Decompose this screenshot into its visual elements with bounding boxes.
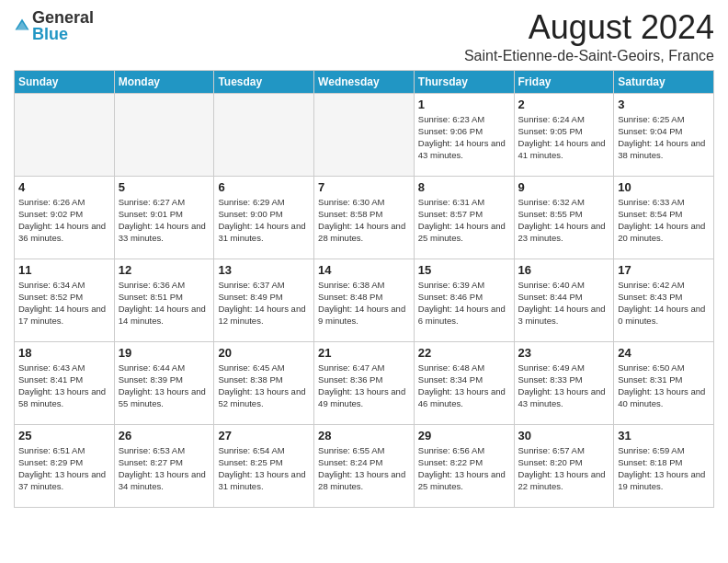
day-number: 21: [318, 346, 410, 360]
day-info: Sunrise: 6:57 AM Sunset: 8:20 PM Dayligh…: [518, 444, 610, 493]
day-number: 29: [418, 429, 510, 442]
day-number: 12: [119, 263, 210, 277]
day-number: 22: [418, 346, 510, 360]
day-info: Sunrise: 6:27 AM Sunset: 9:01 PM Dayligh…: [119, 196, 210, 245]
calendar-cell: 27Sunrise: 6:54 AM Sunset: 8:25 PM Dayli…: [214, 424, 314, 507]
day-info: Sunrise: 6:25 AM Sunset: 9:04 PM Dayligh…: [618, 113, 710, 162]
day-info: Sunrise: 6:44 AM Sunset: 8:39 PM Dayligh…: [119, 362, 210, 410]
day-info: Sunrise: 6:23 AM Sunset: 9:06 PM Dayligh…: [418, 113, 510, 162]
weekday-header-monday: Monday: [114, 70, 214, 93]
week-row-3: 11Sunrise: 6:34 AM Sunset: 8:52 PM Dayli…: [15, 259, 714, 341]
day-info: Sunrise: 6:42 AM Sunset: 8:43 PM Dayligh…: [618, 279, 710, 327]
calendar-cell: 10Sunrise: 6:33 AM Sunset: 8:54 PM Dayli…: [614, 176, 714, 259]
weekday-header-sunday: Sunday: [15, 70, 115, 93]
calendar-cell: 26Sunrise: 6:53 AM Sunset: 8:27 PM Dayli…: [114, 424, 214, 507]
day-info: Sunrise: 6:54 AM Sunset: 8:25 PM Dayligh…: [218, 444, 310, 493]
day-number: 5: [119, 180, 210, 194]
day-number: 11: [18, 263, 110, 277]
day-info: Sunrise: 6:43 AM Sunset: 8:41 PM Dayligh…: [18, 362, 110, 410]
calendar-cell: 28Sunrise: 6:55 AM Sunset: 8:24 PM Dayli…: [314, 424, 415, 507]
day-info: Sunrise: 6:59 AM Sunset: 8:18 PM Dayligh…: [618, 444, 710, 493]
day-info: Sunrise: 6:32 AM Sunset: 8:55 PM Dayligh…: [518, 196, 610, 245]
day-info: Sunrise: 6:24 AM Sunset: 9:05 PM Dayligh…: [518, 113, 610, 162]
day-info: Sunrise: 6:56 AM Sunset: 8:22 PM Dayligh…: [418, 444, 510, 493]
calendar-cell: 31Sunrise: 6:59 AM Sunset: 8:18 PM Dayli…: [614, 424, 714, 507]
calendar-cell: 24Sunrise: 6:50 AM Sunset: 8:31 PM Dayli…: [614, 341, 714, 424]
day-number: 2: [518, 98, 610, 111]
day-number: 4: [18, 180, 110, 194]
calendar-cell: 2Sunrise: 6:24 AM Sunset: 9:05 PM Daylig…: [514, 93, 614, 176]
day-info: Sunrise: 6:31 AM Sunset: 8:57 PM Dayligh…: [418, 196, 510, 245]
day-info: Sunrise: 6:49 AM Sunset: 8:33 PM Dayligh…: [518, 362, 610, 410]
calendar-cell: 19Sunrise: 6:44 AM Sunset: 8:39 PM Dayli…: [114, 341, 214, 424]
day-number: 15: [418, 263, 510, 277]
calendar-cell: 29Sunrise: 6:56 AM Sunset: 8:22 PM Dayli…: [414, 424, 514, 507]
day-number: 28: [318, 429, 410, 442]
day-info: Sunrise: 6:30 AM Sunset: 8:58 PM Dayligh…: [318, 196, 410, 245]
day-info: Sunrise: 6:36 AM Sunset: 8:51 PM Dayligh…: [119, 279, 210, 327]
calendar-cell: 8Sunrise: 6:31 AM Sunset: 8:57 PM Daylig…: [414, 176, 514, 259]
day-number: 1: [418, 98, 510, 111]
calendar-cell: 12Sunrise: 6:36 AM Sunset: 8:51 PM Dayli…: [114, 259, 214, 341]
day-number: 31: [618, 429, 710, 442]
day-number: 3: [618, 98, 710, 111]
calendar-cell: [314, 93, 415, 176]
weekday-header-row: SundayMondayTuesdayWednesdayThursdayFrid…: [15, 70, 714, 93]
day-number: 25: [18, 429, 110, 442]
day-info: Sunrise: 6:26 AM Sunset: 9:02 PM Dayligh…: [18, 196, 110, 245]
weekday-header-friday: Friday: [514, 70, 614, 93]
weekday-header-wednesday: Wednesday: [314, 70, 415, 93]
day-info: Sunrise: 6:51 AM Sunset: 8:29 PM Dayligh…: [18, 444, 110, 493]
day-number: 23: [518, 346, 610, 360]
day-info: Sunrise: 6:50 AM Sunset: 8:31 PM Dayligh…: [618, 362, 710, 410]
calendar-cell: 4Sunrise: 6:26 AM Sunset: 9:02 PM Daylig…: [15, 176, 115, 259]
title-block: August 2024 Saint-Etienne-de-Saint-Geoir…: [464, 9, 714, 64]
day-number: 24: [618, 346, 710, 360]
day-number: 13: [218, 263, 310, 277]
day-info: Sunrise: 6:34 AM Sunset: 8:52 PM Dayligh…: [18, 279, 110, 327]
day-info: Sunrise: 6:40 AM Sunset: 8:44 PM Dayligh…: [518, 279, 610, 327]
calendar-cell: 5Sunrise: 6:27 AM Sunset: 9:01 PM Daylig…: [114, 176, 214, 259]
calendar-cell: [15, 93, 115, 176]
day-number: 10: [618, 180, 710, 194]
day-info: Sunrise: 6:29 AM Sunset: 9:00 PM Dayligh…: [218, 196, 310, 245]
day-info: Sunrise: 6:47 AM Sunset: 8:36 PM Dayligh…: [318, 362, 410, 410]
day-number: 18: [18, 346, 110, 360]
calendar-cell: 21Sunrise: 6:47 AM Sunset: 8:36 PM Dayli…: [314, 341, 415, 424]
calendar-cell: 18Sunrise: 6:43 AM Sunset: 8:41 PM Dayli…: [15, 341, 115, 424]
calendar-cell: 20Sunrise: 6:45 AM Sunset: 8:38 PM Dayli…: [214, 341, 314, 424]
location-title: Saint-Etienne-de-Saint-Geoirs, France: [464, 48, 714, 64]
calendar-cell: 7Sunrise: 6:30 AM Sunset: 8:58 PM Daylig…: [314, 176, 415, 259]
weekday-header-thursday: Thursday: [414, 70, 514, 93]
day-number: 20: [218, 346, 310, 360]
weekday-header-tuesday: Tuesday: [214, 70, 314, 93]
day-info: Sunrise: 6:39 AM Sunset: 8:46 PM Dayligh…: [418, 279, 510, 327]
day-info: Sunrise: 6:55 AM Sunset: 8:24 PM Dayligh…: [318, 444, 410, 493]
day-number: 27: [218, 429, 310, 442]
day-number: 8: [418, 180, 510, 194]
calendar-cell: 30Sunrise: 6:57 AM Sunset: 8:20 PM Dayli…: [514, 424, 614, 507]
week-row-5: 25Sunrise: 6:51 AM Sunset: 8:29 PM Dayli…: [15, 424, 714, 507]
logo: General Blue: [14, 9, 94, 42]
day-info: Sunrise: 6:33 AM Sunset: 8:54 PM Dayligh…: [618, 196, 710, 245]
logo-general-text: General: [32, 9, 94, 26]
day-info: Sunrise: 6:37 AM Sunset: 8:49 PM Dayligh…: [218, 279, 310, 327]
day-number: 14: [318, 263, 410, 277]
logo-icon: [14, 17, 30, 34]
calendar-cell: 14Sunrise: 6:38 AM Sunset: 8:48 PM Dayli…: [314, 259, 415, 341]
weekday-header-saturday: Saturday: [614, 70, 714, 93]
day-number: 26: [119, 429, 210, 442]
day-info: Sunrise: 6:48 AM Sunset: 8:34 PM Dayligh…: [418, 362, 510, 410]
calendar-cell: [214, 93, 314, 176]
calendar-cell: 11Sunrise: 6:34 AM Sunset: 8:52 PM Dayli…: [15, 259, 115, 341]
day-info: Sunrise: 6:38 AM Sunset: 8:48 PM Dayligh…: [318, 279, 410, 327]
calendar-cell: 6Sunrise: 6:29 AM Sunset: 9:00 PM Daylig…: [214, 176, 314, 259]
day-number: 19: [119, 346, 210, 360]
calendar-cell: [114, 93, 214, 176]
calendar-cell: 1Sunrise: 6:23 AM Sunset: 9:06 PM Daylig…: [414, 93, 514, 176]
calendar-cell: 25Sunrise: 6:51 AM Sunset: 8:29 PM Dayli…: [15, 424, 115, 507]
week-row-4: 18Sunrise: 6:43 AM Sunset: 8:41 PM Dayli…: [15, 341, 714, 424]
calendar-cell: 13Sunrise: 6:37 AM Sunset: 8:49 PM Dayli…: [214, 259, 314, 341]
week-row-2: 4Sunrise: 6:26 AM Sunset: 9:02 PM Daylig…: [15, 176, 714, 259]
calendar-cell: 3Sunrise: 6:25 AM Sunset: 9:04 PM Daylig…: [614, 93, 714, 176]
